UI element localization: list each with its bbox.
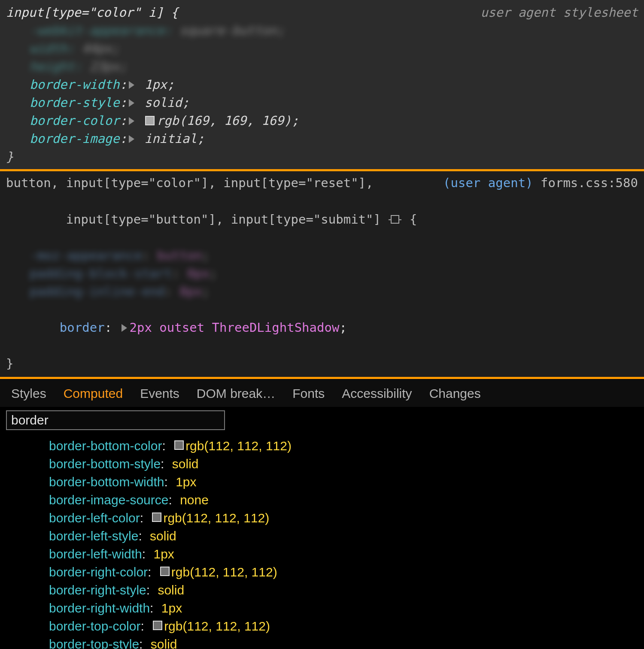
computed-property-name: border-bottom-style	[49, 457, 161, 471]
computed-property-name: border-left-style	[49, 529, 138, 543]
css-selector[interactable]: button, input[type="color"], input[type=…	[6, 174, 417, 192]
computed-property-name: border-right-style	[49, 583, 146, 597]
css-declaration[interactable]: border: 2px outset ThreeDLightShadow;	[6, 300, 638, 355]
expand-icon[interactable]	[129, 117, 134, 125]
user-agent-label: user agent stylesheet	[480, 3, 638, 21]
computed-property-row[interactable]: border-right-width: 1px	[6, 599, 638, 617]
color-swatch[interactable]	[160, 567, 170, 576]
color-swatch[interactable]	[152, 513, 161, 522]
css-declaration[interactable]: border-image: initial;	[6, 130, 638, 148]
computed-property-value: solid	[150, 529, 176, 543]
rule-pane-user-agent: input[type="color" i] { user agent style…	[0, 0, 644, 169]
tab-computed[interactable]: Computed	[64, 386, 123, 401]
css-value[interactable]: 1px;	[144, 77, 174, 92]
computed-property-value: rgb(112, 112, 112)	[171, 565, 277, 579]
source-user-agent: (user agent)	[443, 176, 533, 190]
css-declaration[interactable]: border-style: solid;	[6, 94, 638, 112]
computed-property-value: rgb(112, 112, 112)	[185, 439, 292, 453]
css-property[interactable]: border-color	[30, 113, 120, 128]
computed-property-row[interactable]: border-image-source: none	[6, 491, 638, 509]
computed-property-name: border-right-width	[49, 601, 150, 616]
css-value[interactable]: solid;	[144, 95, 189, 110]
close-brace: }	[6, 149, 13, 164]
computed-property-row[interactable]: border-bottom-style: solid	[6, 455, 638, 473]
computed-property-value: 1px	[176, 475, 196, 489]
computed-property-name: border-top-color	[49, 619, 140, 634]
css-value[interactable]: rgb(169, 169, 169);	[156, 113, 299, 128]
computed-property-value: solid	[151, 637, 177, 649]
computed-property-value: rgb(112, 112, 112)	[163, 511, 269, 525]
source-link[interactable]: forms.css:580	[541, 176, 638, 190]
css-value[interactable]: 2px outset ThreeDLightShadow	[130, 320, 340, 335]
color-swatch[interactable]	[145, 116, 155, 125]
tab-dom-break-[interactable]: DOM break…	[197, 386, 275, 401]
tab-changes[interactable]: Changes	[429, 386, 481, 401]
computed-property-row[interactable]: border-right-style: solid	[6, 581, 638, 599]
css-value[interactable]: initial;	[144, 131, 204, 146]
computed-property-row[interactable]: border-bottom-width: 1px	[6, 473, 638, 491]
expand-icon[interactable]	[129, 135, 134, 143]
css-property[interactable]: border	[60, 320, 105, 335]
expand-icon[interactable]	[129, 81, 134, 89]
computed-property-name: border-image-source	[49, 493, 168, 507]
computed-property-value: solid	[158, 583, 184, 597]
css-property[interactable]: border-style	[30, 95, 120, 110]
flex-icon[interactable]	[391, 215, 399, 224]
computed-property-name: border-right-color	[49, 565, 148, 579]
computed-property-value: rgb(112, 112, 112)	[164, 619, 270, 634]
computed-property-row[interactable]: border-left-width: 1px	[6, 545, 638, 563]
computed-property-name: border-top-style	[49, 637, 139, 649]
computed-property-value: 1px	[153, 547, 174, 561]
computed-property-row[interactable]: border-left-style: solid	[6, 527, 638, 545]
close-brace: }	[6, 356, 13, 371]
computed-property-row[interactable]: border-top-style: solid	[6, 635, 638, 649]
computed-property-value: none	[180, 493, 209, 507]
computed-property-value: solid	[172, 457, 199, 471]
computed-property-row[interactable]: border-top-color: rgb(112, 112, 112)	[6, 617, 638, 635]
computed-property-value: 1px	[161, 601, 182, 616]
css-declaration[interactable]: border-color: rgb(169, 169, 169);	[6, 112, 638, 130]
css-selector[interactable]: input[type="color" i] {	[6, 3, 179, 21]
css-declaration[interactable]: border-width: 1px;	[6, 76, 638, 94]
computed-panel: border-bottom-color: rgb(112, 112, 112)b…	[0, 407, 644, 649]
filter-input[interactable]	[6, 410, 225, 430]
tab-fonts[interactable]: Fonts	[292, 386, 325, 401]
css-selector[interactable]: input[type="button"], input[type="submit…	[6, 192, 417, 246]
color-swatch[interactable]	[153, 621, 162, 630]
tab-styles[interactable]: Styles	[11, 386, 46, 401]
color-swatch[interactable]	[174, 440, 184, 450]
expand-icon[interactable]	[122, 324, 127, 332]
tab-events[interactable]: Events	[140, 386, 179, 401]
computed-property-name: border-bottom-width	[49, 475, 164, 489]
expand-icon[interactable]	[129, 99, 134, 107]
inspector-tabs: StylesComputedEventsDOM break…FontsAcces…	[0, 379, 644, 407]
tab-accessibility[interactable]: Accessibility	[342, 386, 412, 401]
css-property[interactable]: border-image	[30, 131, 120, 146]
rule-pane-forms-css: button, input[type="color"], input[type=…	[0, 171, 644, 377]
computed-property-name: border-bottom-color	[49, 439, 162, 453]
computed-property-name: border-left-color	[49, 511, 140, 525]
computed-property-row[interactable]: border-bottom-color: rgb(112, 112, 112)	[6, 437, 638, 455]
computed-property-row[interactable]: border-right-color: rgb(112, 112, 112)	[6, 563, 638, 581]
computed-property-name: border-left-width	[49, 547, 142, 561]
css-property[interactable]: border-width	[30, 77, 120, 92]
computed-property-row[interactable]: border-left-color: rgb(112, 112, 112)	[6, 509, 638, 527]
